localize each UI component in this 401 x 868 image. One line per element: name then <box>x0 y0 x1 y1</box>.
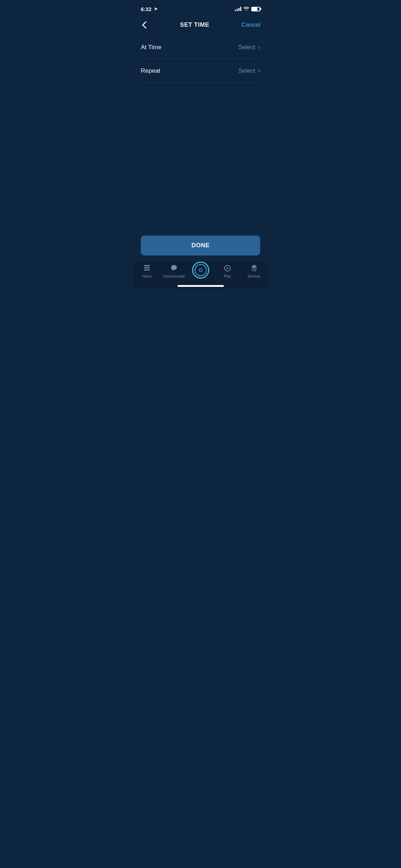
tab-home-label: Home <box>142 274 152 278</box>
status-bar: 6:32 ➤ <box>134 0 267 16</box>
time-text: 6:32 <box>141 6 151 12</box>
home-indicator-bar <box>178 285 224 287</box>
signal-icon <box>235 7 241 11</box>
home-icon <box>142 264 151 273</box>
location-icon: ➤ <box>154 6 158 11</box>
header: SET TIME Cancel <box>134 16 267 36</box>
cancel-button[interactable]: Cancel <box>241 21 260 29</box>
tab-play-label: Play <box>224 274 231 278</box>
svg-rect-1 <box>144 267 150 268</box>
home-indicator <box>134 282 267 289</box>
tab-devices[interactable]: Devices <box>243 264 265 278</box>
svg-point-5 <box>253 268 255 270</box>
done-button[interactable]: DONE <box>141 236 260 255</box>
at-time-row[interactable]: At Time Select › <box>134 36 267 59</box>
wifi-icon <box>243 6 249 12</box>
status-time: 6:32 ➤ <box>141 6 158 12</box>
tab-devices-label: Devices <box>248 274 261 278</box>
main-content: At Time Select › Repeat Select › <box>134 36 267 230</box>
status-icons <box>235 6 260 12</box>
at-time-right: Select › <box>238 43 260 51</box>
devices-icon <box>250 264 259 273</box>
battery-icon <box>251 7 260 11</box>
repeat-right: Select › <box>238 67 260 74</box>
at-time-chevron-icon: › <box>258 43 260 51</box>
communicate-icon <box>169 264 179 273</box>
tab-communicate-label: Communicate <box>163 274 185 278</box>
back-button[interactable] <box>141 20 148 30</box>
alexa-icon <box>192 264 209 281</box>
repeat-value: Select <box>238 67 255 74</box>
divider-2 <box>141 82 260 83</box>
repeat-chevron-icon: › <box>258 67 260 74</box>
tab-home[interactable]: Home <box>136 264 158 278</box>
page-title: SET TIME <box>180 21 209 29</box>
svg-rect-0 <box>144 265 150 266</box>
tab-play[interactable]: Play <box>217 264 238 278</box>
tab-bar: Home Communicate Pl <box>134 260 267 282</box>
tab-communicate[interactable]: Communicate <box>163 264 185 278</box>
play-icon <box>223 264 232 273</box>
tab-alexa[interactable] <box>190 264 211 281</box>
repeat-label: Repeat <box>141 67 160 74</box>
at-time-label: At Time <box>141 44 161 51</box>
svg-rect-2 <box>144 269 150 270</box>
done-button-container: DONE <box>134 230 267 260</box>
at-time-value: Select <box>238 44 255 51</box>
repeat-row[interactable]: Repeat Select › <box>134 59 267 82</box>
